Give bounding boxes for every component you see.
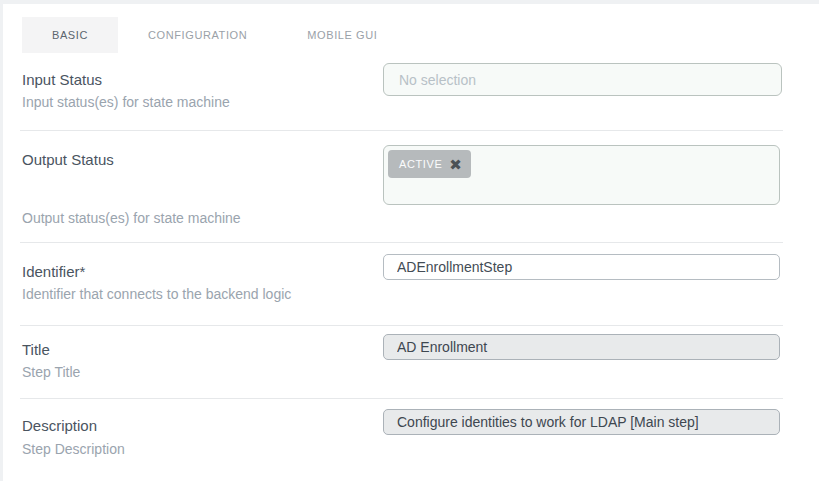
output-status-description: Output status(es) for state machine [22, 210, 241, 226]
tab-bar: BASIC CONFIGURATION MOBILE GUI [22, 17, 407, 53]
tab-configuration[interactable]: CONFIGURATION [118, 17, 277, 53]
remove-chip-icon[interactable]: ✖ [449, 157, 462, 172]
identifier-description: Identifier that connects to the backend … [22, 286, 291, 302]
identifier-label: Identifier* [22, 263, 85, 280]
description-label: Description [22, 417, 97, 434]
description-input[interactable] [383, 409, 780, 435]
output-status-label: Output Status [22, 151, 114, 168]
tab-basic[interactable]: BASIC [22, 17, 118, 53]
title-label: Title [22, 341, 50, 358]
step-editor-screen: BASIC CONFIGURATION MOBILE GUI Input Sta… [0, 0, 819, 497]
section-divider [20, 398, 783, 399]
tab-mobile-gui[interactable]: MOBILE GUI [277, 17, 407, 53]
input-status-placeholder: No selection [384, 72, 476, 88]
title-description: Step Title [22, 364, 80, 380]
status-chip-label: ACTIVE [399, 158, 442, 170]
title-input[interactable] [383, 334, 780, 360]
input-status-description: Input status(es) for state machine [22, 94, 230, 110]
status-chip-active: ACTIVE ✖ [388, 150, 471, 178]
description-description: Step Description [22, 441, 125, 457]
identifier-input[interactable] [383, 254, 780, 280]
section-divider [20, 242, 783, 243]
input-status-select[interactable]: No selection [383, 63, 782, 96]
section-divider [20, 325, 783, 326]
output-status-multiselect[interactable]: ACTIVE ✖ [383, 145, 780, 205]
input-status-label: Input Status [22, 71, 102, 88]
section-divider [20, 130, 783, 131]
